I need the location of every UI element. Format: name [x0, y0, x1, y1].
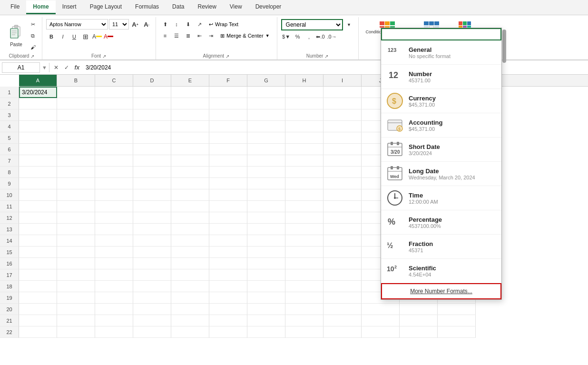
accounting-format-button[interactable]: $▼: [281, 31, 292, 42]
cell-e5[interactable]: [171, 132, 209, 144]
cell-c20[interactable]: [95, 304, 133, 315]
row-header-20[interactable]: 20: [0, 304, 19, 315]
cell-d20[interactable]: [133, 304, 171, 315]
tab-insert[interactable]: Insert: [56, 0, 83, 14]
tab-home[interactable]: Home: [26, 0, 55, 14]
cell-d6[interactable]: [133, 144, 171, 155]
nf-item-general[interactable]: 123 General No specific format: [381, 40, 501, 65]
cell-b10[interactable]: [57, 189, 95, 201]
cell-g4[interactable]: [247, 121, 285, 132]
cell-e3[interactable]: [171, 109, 209, 121]
comma-format-button[interactable]: ,: [304, 31, 314, 42]
cell-d3[interactable]: [133, 109, 171, 121]
font-family-select[interactable]: Aptos Narrow: [46, 19, 108, 30]
cell-e22[interactable]: [171, 326, 209, 338]
cell-j21[interactable]: [362, 315, 400, 326]
cell-b17[interactable]: [57, 269, 95, 281]
cell-g22[interactable]: [247, 326, 285, 338]
tab-page-layout[interactable]: Page Layout: [83, 0, 128, 14]
cell-g16[interactable]: [247, 258, 285, 269]
cell-g1[interactable]: [247, 87, 285, 98]
tab-review[interactable]: Review: [191, 0, 223, 14]
tab-formulas[interactable]: Formulas: [128, 0, 166, 14]
align-center-button[interactable]: ☰: [171, 30, 182, 41]
cell-g20[interactable]: [247, 304, 285, 315]
underline-button[interactable]: U: [69, 31, 79, 42]
cell-c5[interactable]: [95, 132, 133, 144]
cell-h9[interactable]: [285, 178, 323, 189]
cell-g14[interactable]: [247, 235, 285, 247]
row-header-4[interactable]: 4: [0, 121, 19, 132]
cell-d12[interactable]: [133, 212, 171, 224]
cell-h18[interactable]: [285, 281, 323, 292]
increase-font-button[interactable]: A+: [130, 19, 140, 30]
decrease-indent-button[interactable]: ⇤: [194, 30, 205, 41]
cell-n22[interactable]: [400, 326, 438, 338]
cell-d14[interactable]: [133, 235, 171, 247]
copy-button[interactable]: ⧉: [28, 30, 38, 41]
cell-d4[interactable]: [133, 121, 171, 132]
cell-b8[interactable]: [57, 167, 95, 178]
cell-c1[interactable]: [95, 87, 133, 98]
cell-b22[interactable]: [57, 326, 95, 338]
cell-c21[interactable]: [95, 315, 133, 326]
cell-a4[interactable]: [19, 121, 57, 132]
cell-a17[interactable]: [19, 269, 57, 281]
cell-h14[interactable]: [285, 235, 323, 247]
scrollbar-thumb[interactable]: [502, 30, 506, 63]
cell-e17[interactable]: [171, 269, 209, 281]
cell-i18[interactable]: [323, 281, 362, 292]
merge-dropdown-icon[interactable]: ▼: [265, 33, 270, 38]
cell-i11[interactable]: [323, 201, 362, 212]
cell-a10[interactable]: [19, 189, 57, 201]
cell-h15[interactable]: [285, 247, 323, 258]
cell-e18[interactable]: [171, 281, 209, 292]
cell-b16[interactable]: [57, 258, 95, 269]
cell-i22[interactable]: [323, 326, 362, 338]
cell-b11[interactable]: [57, 201, 95, 212]
cell-f14[interactable]: [209, 235, 247, 247]
tab-developer[interactable]: Developer: [249, 0, 288, 14]
cell-c22[interactable]: [95, 326, 133, 338]
cell-d2[interactable]: [133, 98, 171, 109]
row-header-16[interactable]: 16: [0, 258, 19, 269]
cell-e14[interactable]: [171, 235, 209, 247]
tab-file[interactable]: File: [4, 0, 26, 14]
cell-i3[interactable]: [323, 109, 362, 121]
cell-f15[interactable]: [209, 247, 247, 258]
cell-a1[interactable]: 3/20/2024: [19, 87, 57, 98]
cell-c8[interactable]: [95, 167, 133, 178]
row-header-9[interactable]: 9: [0, 178, 19, 189]
tab-data[interactable]: Data: [166, 0, 191, 14]
nf-item-scientific[interactable]: 102 Scientific 4.54E+04: [381, 259, 501, 283]
cell-a18[interactable]: [19, 281, 57, 292]
cell-a7[interactable]: [19, 155, 57, 167]
cell-h6[interactable]: [285, 144, 323, 155]
row-header-3[interactable]: 3: [0, 109, 19, 121]
cell-f21[interactable]: [209, 315, 247, 326]
cell-a9[interactable]: [19, 178, 57, 189]
cell-c18[interactable]: [95, 281, 133, 292]
cell-g8[interactable]: [247, 167, 285, 178]
cell-c13[interactable]: [95, 224, 133, 235]
formula-input[interactable]: [84, 62, 586, 73]
cell-i19[interactable]: [323, 292, 362, 304]
cell-a5[interactable]: [19, 132, 57, 144]
cell-e13[interactable]: [171, 224, 209, 235]
cell-d17[interactable]: [133, 269, 171, 281]
cut-button[interactable]: ✂: [28, 19, 38, 30]
cell-a15[interactable]: [19, 247, 57, 258]
cell-o22[interactable]: [438, 326, 476, 338]
cell-g2[interactable]: [247, 98, 285, 109]
cell-i4[interactable]: [323, 121, 362, 132]
italic-button[interactable]: I: [58, 31, 68, 42]
cell-d7[interactable]: [133, 155, 171, 167]
name-box-expand[interactable]: ▼: [42, 65, 47, 70]
cell-h12[interactable]: [285, 212, 323, 224]
cell-h16[interactable]: [285, 258, 323, 269]
cell-f3[interactable]: [209, 109, 247, 121]
cell-f1[interactable]: [209, 87, 247, 98]
cell-h10[interactable]: [285, 189, 323, 201]
row-header-12[interactable]: 12: [0, 212, 19, 224]
cell-b18[interactable]: [57, 281, 95, 292]
